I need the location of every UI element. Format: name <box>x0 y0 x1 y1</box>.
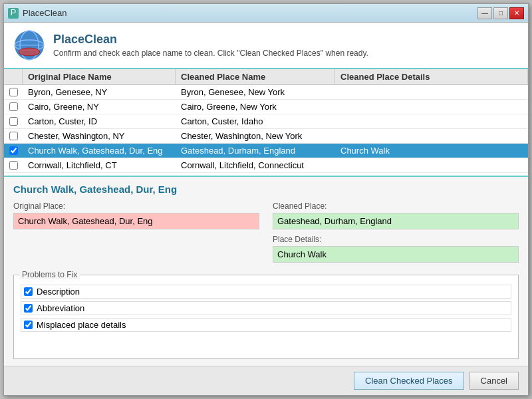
cleaned-place-field: Cleaned Place: <box>273 201 519 229</box>
app-instruction: Confirm and check each place name to cle… <box>53 49 368 58</box>
cell-details-5 <box>335 164 528 168</box>
detail-fields: Original Place: Cleaned Place: Place Det… <box>13 201 519 263</box>
cell-original-1: Cairo, Greene, NY <box>23 100 176 114</box>
col-header-details: Cleaned Place Details <box>335 69 528 84</box>
title-controls: — □ ✕ <box>477 7 524 19</box>
svg-text:P: P <box>11 9 17 17</box>
cleaned-place-input[interactable] <box>273 213 519 229</box>
cell-original-2: Carton, Custer, ID <box>23 114 176 128</box>
cell-original-6: Council Bluffs, Pottowattamie Co, IA <box>23 173 176 176</box>
problem-label-1: Abbreviation <box>37 303 84 313</box>
cell-original-5: Cornwall, Litchfield, CT <box>23 158 176 172</box>
app-icon <box>13 29 45 61</box>
table-row[interactable]: Cairo, Greene, NY Cairo, Greene, New Yor… <box>4 100 528 114</box>
table-body[interactable]: Byron, Genesee, NY Byron, Genesee, New Y… <box>4 85 528 176</box>
table-row[interactable]: Carton, Custer, ID Carton, Custer, Idaho <box>4 114 528 129</box>
cell-original-0: Byron, Genesee, NY <box>23 85 176 99</box>
row-checkbox-5[interactable] <box>4 159 23 172</box>
title-bar-left: P PlaceClean <box>8 8 67 19</box>
place-details-input[interactable] <box>273 246 519 263</box>
minimize-button[interactable]: — <box>477 7 492 19</box>
cell-cleaned-3: Chester, Washington, New York <box>176 129 335 143</box>
table-row-selected[interactable]: Church Walk, Gateshead, Dur, Eng Gateshe… <box>4 144 528 158</box>
cell-details-2 <box>335 120 528 124</box>
original-place-label: Original Place: <box>13 201 259 211</box>
cell-cleaned-4: Gateshead, Durham, England <box>176 144 335 158</box>
table-header: Original Place Name Cleaned Place Name C… <box>4 69 528 85</box>
problem-checkbox-2[interactable] <box>24 321 33 329</box>
cleaned-place-label: Cleaned Place: <box>273 201 519 211</box>
window-title: PlaceClean <box>23 8 67 18</box>
cell-original-3: Chester, Washington, NY <box>23 129 176 143</box>
app-small-icon: P <box>8 8 19 19</box>
cancel-button[interactable]: Cancel <box>469 372 519 390</box>
detail-title: Church Walk, Gateshead, Dur, Eng <box>13 184 519 195</box>
col-header-cleaned: Cleaned Place Name <box>176 69 335 84</box>
table-row[interactable]: Chester, Washington, NY Chester, Washing… <box>4 129 528 144</box>
cell-cleaned-2: Carton, Custer, Idaho <box>176 114 335 128</box>
app-title: PlaceClean <box>53 33 368 47</box>
table-row[interactable]: Byron, Genesee, NY Byron, Genesee, New Y… <box>4 85 528 100</box>
cell-cleaned-1: Cairo, Greene, New York <box>176 100 335 114</box>
place-details-label: Place Details: <box>273 235 519 244</box>
problem-item-0[interactable]: Description <box>21 285 511 299</box>
close-button[interactable]: ✕ <box>509 7 524 19</box>
cell-details-1 <box>335 105 528 109</box>
row-checkbox-0[interactable] <box>4 86 23 98</box>
cell-cleaned-5: Cornwall, Litchfield, Connecticut <box>176 158 335 172</box>
cell-details-0 <box>335 90 528 94</box>
col-header-original: Original Place Name <box>23 69 176 84</box>
problem-label-2: Misplaced place details <box>37 320 126 330</box>
detail-section: Church Walk, Gateshead, Dur, Eng Origina… <box>4 177 528 269</box>
problem-checkbox-1[interactable] <box>24 304 33 313</box>
place-details-placeholder <box>13 235 259 263</box>
original-place-field: Original Place: <box>13 201 259 229</box>
place-details-field: Place Details: <box>273 235 519 263</box>
row-checkbox-3[interactable] <box>4 130 23 142</box>
title-bar: P PlaceClean — □ ✕ <box>4 4 528 23</box>
header-section: PlaceClean Confirm and check each place … <box>4 23 528 69</box>
cell-cleaned-0: Byron, Genesee, New York <box>176 85 335 99</box>
main-window: P PlaceClean — □ ✕ PlaceClean Confirm an <box>3 3 529 396</box>
row-checkbox-2[interactable] <box>4 115 23 128</box>
problem-label-0: Description <box>37 287 80 297</box>
clean-checked-places-button[interactable]: Clean Checked Places <box>354 372 464 390</box>
row-checkbox-6[interactable] <box>4 174 23 176</box>
table-section: Original Place Name Cleaned Place Name C… <box>4 69 528 177</box>
table-row[interactable]: Council Bluffs, Pottowattamie Co, IA Cou… <box>4 173 528 176</box>
maximize-button[interactable]: □ <box>493 7 508 19</box>
row-checkbox-1[interactable] <box>4 100 23 113</box>
row-checkbox-4[interactable] <box>4 144 23 157</box>
problem-item-1[interactable]: Abbreviation <box>21 301 511 315</box>
col-header-check <box>4 69 23 84</box>
problems-section: Problems to Fix Description Abbreviation… <box>4 269 528 366</box>
table-row[interactable]: Cornwall, Litchfield, CT Cornwall, Litch… <box>4 158 528 173</box>
problems-box: Problems to Fix Description Abbreviation… <box>13 275 519 359</box>
footer-section: Clean Checked Places Cancel <box>4 366 528 395</box>
cell-details-4: Church Walk <box>335 144 528 158</box>
original-place-input[interactable] <box>13 213 259 229</box>
cell-original-4: Church Walk, Gateshead, Dur, Eng <box>23 144 176 158</box>
problem-checkbox-0[interactable] <box>24 287 33 296</box>
problems-title: Problems to Fix <box>19 270 80 279</box>
cell-details-3 <box>335 134 528 138</box>
header-text: PlaceClean Confirm and check each place … <box>53 33 368 58</box>
problem-item-2[interactable]: Misplaced place details <box>21 318 511 332</box>
cell-cleaned-6: Council Bluffs, Pottowattamie County, Io… <box>176 173 335 176</box>
